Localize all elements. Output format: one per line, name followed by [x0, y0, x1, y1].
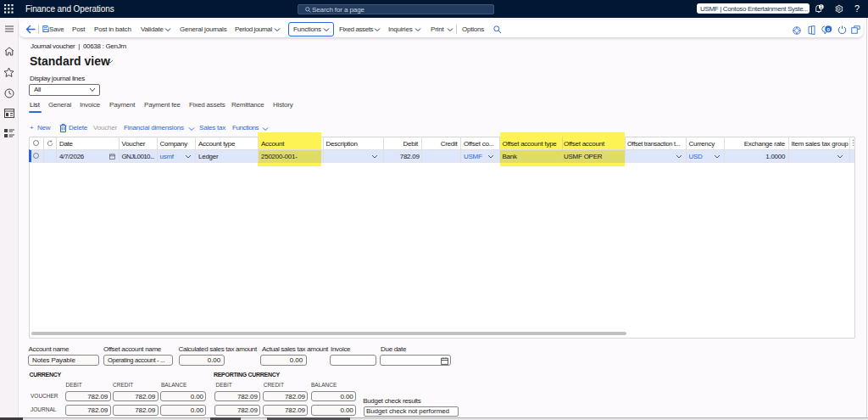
svg-text:1: 1	[820, 4, 822, 9]
